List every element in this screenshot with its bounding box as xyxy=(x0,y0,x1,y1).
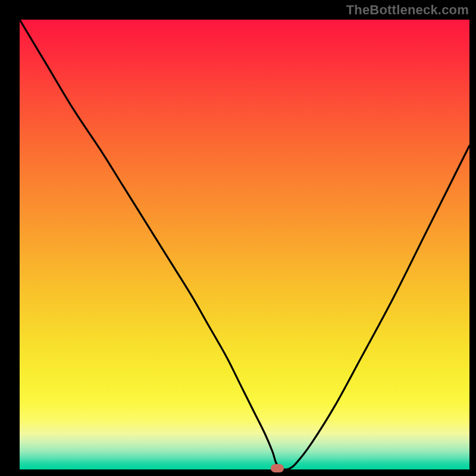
optimum-marker xyxy=(271,464,284,472)
chart-frame: TheBottleneck.com xyxy=(0,0,476,476)
attribution-text: TheBottleneck.com xyxy=(346,2,469,18)
plot-area xyxy=(20,20,469,469)
bottleneck-curve xyxy=(20,20,469,469)
